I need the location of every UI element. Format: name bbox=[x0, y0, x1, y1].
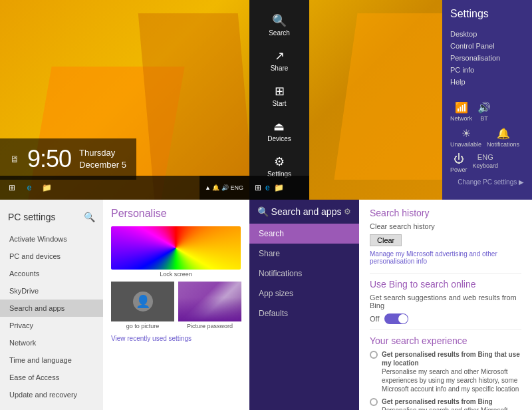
notifications-icon-btn[interactable]: 🔔 Notifications bbox=[487, 127, 519, 148]
bottom-section: PC settings 🔍 Activate Windows PC and de… bbox=[0, 200, 532, 410]
sidebar-search-and-apps[interactable]: Search and apps bbox=[0, 300, 103, 317]
search-experience-section: Your search experience Get personalised … bbox=[370, 335, 521, 410]
charm-start[interactable]: ⊞ Start bbox=[267, 79, 291, 112]
ie-icon[interactable]: e bbox=[23, 181, 36, 194]
sidebar-time-and-language[interactable]: Time and language bbox=[0, 351, 103, 369]
settings-panel: Settings Desktop Control Panel Personali… bbox=[442, 0, 532, 200]
search-apps-share[interactable]: Share bbox=[249, 244, 359, 264]
personalise-title: Personalise bbox=[111, 208, 241, 220]
view-recently-used-link[interactable]: View recently used settings bbox=[111, 335, 241, 342]
unavailable-icon-btn[interactable]: ☀ Unavailable bbox=[450, 127, 481, 148]
sidebar-network[interactable]: Network bbox=[0, 334, 103, 351]
settings-desktop[interactable]: Desktop bbox=[450, 28, 524, 40]
pc-settings-search-icon[interactable]: 🔍 bbox=[84, 212, 95, 222]
divider-2 bbox=[370, 329, 521, 330]
network-label: Network bbox=[450, 115, 472, 122]
sidebar-activate-windows[interactable]: Activate Windows bbox=[0, 230, 103, 248]
power-icon-btn[interactable]: ⏻ Power bbox=[450, 153, 467, 173]
bing-toggle-off-label: Off bbox=[370, 315, 379, 323]
explorer-icon[interactable]: 📁 bbox=[40, 181, 53, 194]
keyboard-icon-btn[interactable]: ENG Keyboard bbox=[473, 153, 499, 173]
clock-day: Thursday bbox=[79, 147, 126, 159]
sidebar-skydrive[interactable]: SkyDrive bbox=[0, 282, 103, 300]
thumb-row-1: Lock screen bbox=[111, 226, 241, 278]
start-charm-icon: ⊞ bbox=[275, 84, 285, 99]
change-pc-settings-link[interactable]: Change PC settings ▶ bbox=[450, 178, 524, 186]
toggle-knob bbox=[398, 314, 408, 323]
bt-label: BT bbox=[480, 115, 488, 122]
pc-settings-sidebar: PC settings 🔍 Activate Windows PC and de… bbox=[0, 200, 103, 410]
sidebar-ease-of-access[interactable]: Ease of Access bbox=[0, 369, 103, 386]
avatar-image: 👤 bbox=[111, 282, 174, 321]
sidebar-update-and-recovery[interactable]: Update and recovery bbox=[0, 386, 103, 403]
search-history-title: Search history bbox=[370, 208, 521, 218]
charm-search-label: Search bbox=[269, 29, 290, 37]
sidebar-privacy[interactable]: Privacy bbox=[0, 317, 103, 334]
sidebar-accounts[interactable]: Accounts bbox=[0, 265, 103, 282]
search-apps-notifications[interactable]: Notifications bbox=[249, 264, 359, 284]
use-bing-title: Use Bing to search online bbox=[370, 279, 521, 290]
lavender-image bbox=[178, 282, 241, 321]
settings-icons-row: 📶 Network 🔊 BT ☀ Unavailable 🔔 Notificat… bbox=[450, 101, 524, 173]
settings-personalisation[interactable]: Personalisation bbox=[450, 52, 524, 64]
power-label: Power bbox=[450, 166, 467, 173]
search-apps-panel: 🔍 Search and apps ⚙ Search Share Notific… bbox=[249, 200, 359, 410]
taskbar[interactable]: ⊞ e 📁 ▲ 🔔 🔊 ENG bbox=[0, 176, 279, 200]
account-picture-thumb[interactable]: 👤 go to picture bbox=[111, 282, 174, 329]
network-icon-btn[interactable]: 📶 Network bbox=[450, 101, 472, 122]
charms-bar[interactable]: 🔍 Search ↗ Share ⊞ Start ⏏ Devices ⚙ Set… bbox=[249, 0, 309, 200]
picture-password-thumb[interactable]: Picture password bbox=[178, 282, 241, 329]
thumb-row-2: 👤 go to picture Picture password bbox=[111, 282, 241, 329]
power-icon: ⏻ bbox=[454, 153, 464, 165]
settings-help[interactable]: Help bbox=[450, 76, 524, 88]
search-charm-icon: 🔍 bbox=[272, 13, 287, 28]
search-apps-search[interactable]: Search bbox=[249, 224, 359, 244]
charm-devices[interactable]: ⏏ Devices bbox=[262, 114, 297, 148]
devices-charm-icon: ⏏ bbox=[273, 119, 285, 134]
settings-panel-title: Settings bbox=[450, 8, 524, 20]
search-apps-settings-icon: ⚙ bbox=[344, 207, 351, 216]
charm-devices-label: Devices bbox=[267, 135, 291, 142]
clock-date: Thursday December 5 bbox=[79, 147, 126, 171]
lock-screen-label: Lock screen bbox=[111, 271, 241, 278]
search-apps-app-sizes[interactable]: App sizes bbox=[249, 284, 359, 304]
radio-icon-1 bbox=[370, 351, 378, 359]
bt-icon-btn[interactable]: 🔊 BT bbox=[477, 101, 491, 122]
thumbnail-grid: Lock screen 👤 go to picture Picture pass… bbox=[111, 226, 241, 329]
lock-screen-thumb[interactable]: Lock screen bbox=[111, 226, 241, 278]
search-apps-title: Search and apps bbox=[271, 206, 342, 217]
avatar-circle-icon: 👤 bbox=[133, 292, 153, 311]
clock-time: 9:50 bbox=[27, 145, 71, 173]
start-icon[interactable]: ⊞ bbox=[5, 181, 19, 194]
notifications-label: Notifications bbox=[487, 141, 519, 148]
unavailable-label: Unavailable bbox=[450, 141, 481, 148]
personalise-panel: Personalise Lock screen 👤 go to picture … bbox=[103, 200, 249, 410]
right-content-panel: Search history Clear search history Clea… bbox=[359, 200, 532, 410]
sidebar-pc-and-devices[interactable]: PC and devices bbox=[0, 248, 103, 265]
settings-charm-icon: ⚙ bbox=[274, 154, 285, 169]
bing-toggle[interactable] bbox=[384, 313, 408, 324]
radio-personalised-no-location[interactable]: Get personalised results from Bing Perso… bbox=[370, 397, 521, 410]
search-experience-title: Your search experience bbox=[370, 335, 521, 346]
personalisation-info-link[interactable]: Manage my Microsoft advertising and othe… bbox=[370, 250, 521, 265]
pc-settings-title: PC settings 🔍 bbox=[0, 206, 103, 230]
settings-pc-info[interactable]: PC info bbox=[450, 64, 524, 76]
radio-text-1: Get personalised results from Bing that … bbox=[382, 350, 521, 393]
settings-control-panel[interactable]: Control Panel bbox=[450, 40, 524, 52]
keyboard-label: Keyboard bbox=[473, 162, 499, 169]
search-history-section: Search history Clear search history Clea… bbox=[370, 208, 521, 265]
use-bing-subtitle: Get search suggestions and web results f… bbox=[370, 294, 521, 309]
charm-search[interactable]: 🔍 Search bbox=[263, 8, 295, 42]
desktop: 🖥 9:50 Thursday December 5 ⊞ e 📁 ▲ 🔔 🔊 E… bbox=[0, 0, 532, 200]
picture-password-label: Picture password bbox=[178, 323, 241, 329]
clock-widget: 🖥 9:50 Thursday December 5 bbox=[0, 138, 136, 180]
search-apps-defaults[interactable]: Defaults bbox=[249, 304, 359, 323]
radio-personalised-location[interactable]: Get personalised results from Bing that … bbox=[370, 350, 521, 393]
charm-share[interactable]: ↗ Share bbox=[265, 43, 294, 77]
search-apps-icon: 🔍 bbox=[257, 206, 269, 217]
search-history-subtitle: Clear search history bbox=[370, 222, 521, 230]
clear-button[interactable]: Clear bbox=[370, 234, 402, 246]
radio-text-2: Get personalised results from Bing Perso… bbox=[382, 397, 521, 410]
network-icon: 📶 bbox=[455, 101, 468, 114]
keyboard-icon: ENG bbox=[477, 153, 493, 161]
